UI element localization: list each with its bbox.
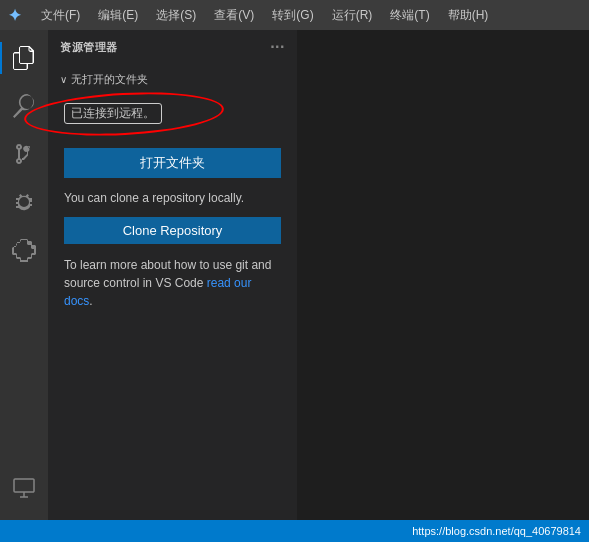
menu-file[interactable]: 文件(F) xyxy=(33,5,88,26)
sidebar-header: 资源管理器 ··· xyxy=(48,30,297,64)
menu-edit[interactable]: 编辑(E) xyxy=(90,5,146,26)
sidebar: 资源管理器 ··· ∨ 无打开的文件夹 已连接到远程。 打开文件夹 You ca… xyxy=(48,30,298,520)
svg-rect-0 xyxy=(14,479,34,492)
chevron-icon: ∨ xyxy=(60,74,67,85)
menu-help[interactable]: 帮助(H) xyxy=(440,5,497,26)
section-label: 无打开的文件夹 xyxy=(71,72,148,87)
sidebar-section: ∨ 无打开的文件夹 xyxy=(48,64,297,95)
section-header[interactable]: ∨ 无打开的文件夹 xyxy=(48,68,297,91)
activity-bar xyxy=(0,30,48,520)
menu-bar: 文件(F) 编辑(E) 选择(S) 查看(V) 转到(G) 运行(R) 终端(T… xyxy=(33,5,496,26)
connected-label: 已连接到远程。 xyxy=(64,103,162,124)
menu-run[interactable]: 运行(R) xyxy=(324,5,381,26)
files-icon xyxy=(12,46,36,70)
source-control-icon xyxy=(12,142,36,166)
learn-more-text: To learn more about how to use git and s… xyxy=(64,256,281,310)
menu-goto[interactable]: 转到(G) xyxy=(264,5,321,26)
activity-debug[interactable] xyxy=(0,178,48,226)
clone-repository-button[interactable]: Clone Repository xyxy=(64,217,281,244)
menu-terminal[interactable]: 终端(T) xyxy=(382,5,437,26)
menu-view[interactable]: 查看(V) xyxy=(206,5,262,26)
sidebar-content: 已连接到远程。 打开文件夹 You can clone a repository… xyxy=(48,95,297,520)
status-bar: https://blog.csdn.net/qq_40679814 xyxy=(0,520,589,542)
open-folder-button[interactable]: 打开文件夹 xyxy=(64,148,281,178)
clone-description: You can clone a repository locally. xyxy=(64,190,281,207)
search-icon xyxy=(12,94,36,118)
status-url: https://blog.csdn.net/qq_40679814 xyxy=(412,525,581,537)
activity-source-control[interactable] xyxy=(0,130,48,178)
learn-more-suffix: . xyxy=(89,294,92,308)
editor-area xyxy=(298,30,589,520)
app-icon: ✦ xyxy=(8,6,21,25)
sidebar-more-actions[interactable]: ··· xyxy=(270,38,285,56)
activity-search[interactable] xyxy=(0,82,48,130)
remote-explorer-icon xyxy=(12,476,36,500)
main-layout: 资源管理器 ··· ∨ 无打开的文件夹 已连接到远程。 打开文件夹 You ca… xyxy=(0,30,589,520)
debug-icon xyxy=(12,190,36,214)
activity-remote[interactable] xyxy=(0,464,48,512)
sidebar-title: 资源管理器 xyxy=(60,40,118,55)
title-bar: ✦ 文件(F) 编辑(E) 选择(S) 查看(V) 转到(G) 运行(R) 终端… xyxy=(0,0,589,30)
extensions-icon xyxy=(12,238,36,262)
activity-extensions[interactable] xyxy=(0,226,48,274)
activity-files[interactable] xyxy=(0,34,48,82)
menu-select[interactable]: 选择(S) xyxy=(148,5,204,26)
